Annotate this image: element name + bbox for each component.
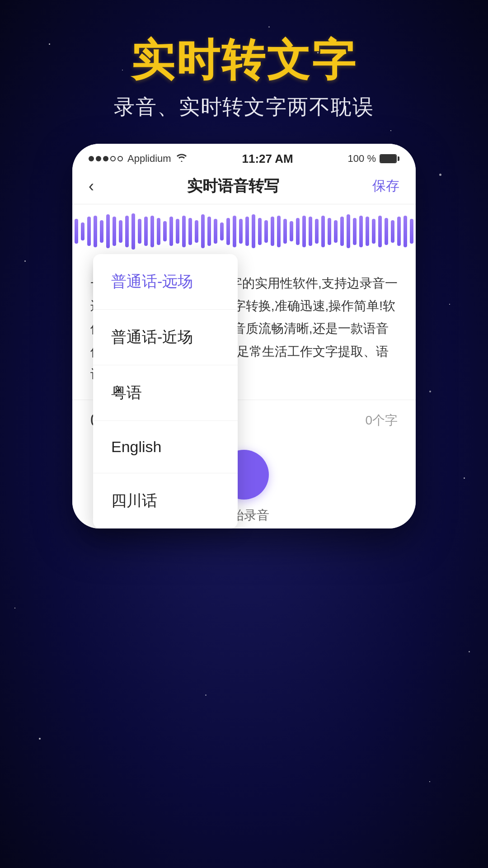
back-button[interactable]: ‹ — [89, 177, 94, 196]
dropdown-item-2[interactable]: 粤语 — [93, 365, 238, 421]
wave-bar — [201, 214, 205, 248]
wave-bar — [410, 219, 413, 244]
phone-wrapper: Applidium 11:27 AM 100 % — [72, 144, 416, 528]
wave-bar — [309, 217, 312, 246]
word-count: 0个字 — [365, 412, 398, 429]
wave-bar — [366, 217, 369, 246]
dropdown-item-4[interactable]: 四川话 — [93, 473, 238, 528]
signal-dot-5 — [117, 156, 123, 161]
wave-bar — [283, 219, 287, 244]
wave-bar — [169, 217, 173, 246]
wave-bar — [245, 217, 249, 246]
wave-bar — [296, 218, 300, 245]
waveform-area — [72, 204, 416, 259]
wave-bar — [359, 216, 363, 247]
carrier-name: Applidium — [127, 153, 171, 165]
wave-bar — [239, 219, 243, 244]
wave-bar — [163, 221, 167, 241]
wave-bar — [385, 218, 388, 245]
wave-bar — [397, 217, 401, 246]
wave-bar — [138, 219, 141, 244]
signal-dot-2 — [96, 156, 101, 161]
wave-bar — [125, 216, 129, 247]
dropdown-item-1[interactable]: 普通话-近场 — [93, 310, 238, 365]
wave-bar — [119, 220, 122, 243]
wave-bar — [157, 218, 160, 245]
wave-bar — [113, 217, 116, 246]
save-button[interactable]: 保存 — [372, 177, 399, 195]
wave-bar — [264, 220, 268, 243]
wave-bar — [233, 216, 236, 247]
status-right: 100 % — [348, 153, 399, 165]
wave-bar — [271, 217, 274, 246]
subtitle: 录音、实时转文字两不耽误 — [0, 93, 488, 121]
status-left: Applidium — [89, 152, 188, 165]
wave-bar — [391, 220, 394, 243]
wave-bar — [94, 216, 97, 247]
wave-bar — [340, 217, 344, 246]
nav-title: 实时语音转写 — [187, 176, 279, 197]
signal-dot-4 — [110, 156, 116, 161]
wave-bar — [188, 218, 192, 245]
wave-bar — [131, 213, 135, 250]
wave-bar — [226, 218, 230, 245]
wave-bar — [81, 222, 84, 241]
wave-bar — [321, 216, 325, 247]
wave-bar — [106, 214, 110, 248]
nav-bar: ‹ 实时语音转写 保存 — [72, 171, 416, 204]
wave-bar — [176, 219, 179, 244]
wave-bar — [195, 220, 198, 243]
wave-bar — [207, 217, 211, 246]
battery-percent: 100 % — [348, 153, 376, 165]
dropdown-item-0[interactable]: 普通话-远场 — [93, 254, 238, 310]
wave-bar — [277, 216, 281, 247]
dropdown-menu: 普通话-远场普通话-近场粤语English四川话 — [93, 254, 238, 528]
wave-bar — [353, 218, 357, 245]
signal-dot-3 — [103, 156, 108, 161]
wave-bar — [87, 217, 91, 246]
wave-bar — [347, 214, 350, 248]
wave-bar — [220, 222, 224, 241]
wave-bar — [100, 220, 103, 243]
wave-bar — [334, 220, 338, 243]
wave-bar — [150, 216, 154, 247]
wave-bar — [258, 218, 262, 245]
battery-icon — [380, 154, 399, 163]
wave-bar — [315, 219, 319, 244]
wave-bar — [144, 217, 148, 246]
wave-bar — [302, 216, 306, 247]
main-title: 实时转文字 — [0, 36, 488, 84]
status-bar: Applidium 11:27 AM 100 % — [72, 144, 416, 171]
wave-bar — [214, 219, 217, 244]
signal-dots — [89, 156, 123, 161]
wave-bar — [252, 214, 255, 248]
waveform — [72, 213, 416, 250]
wave-bar — [372, 219, 375, 244]
wave-bar — [290, 221, 293, 241]
wave-bar — [75, 219, 78, 244]
wave-bar — [404, 216, 407, 247]
title-section: 实时转文字 录音、实时转文字两不耽误 — [0, 0, 488, 121]
page-container: 实时转文字 录音、实时转文字两不耽误 Applidium — [0, 0, 488, 868]
dropdown-item-3[interactable]: English — [93, 421, 238, 473]
wifi-icon — [176, 152, 188, 165]
wave-bar — [378, 216, 382, 247]
wave-bar — [328, 218, 331, 245]
wave-bar — [182, 216, 186, 247]
signal-dot-1 — [89, 156, 94, 161]
status-time: 11:27 AM — [242, 152, 293, 166]
